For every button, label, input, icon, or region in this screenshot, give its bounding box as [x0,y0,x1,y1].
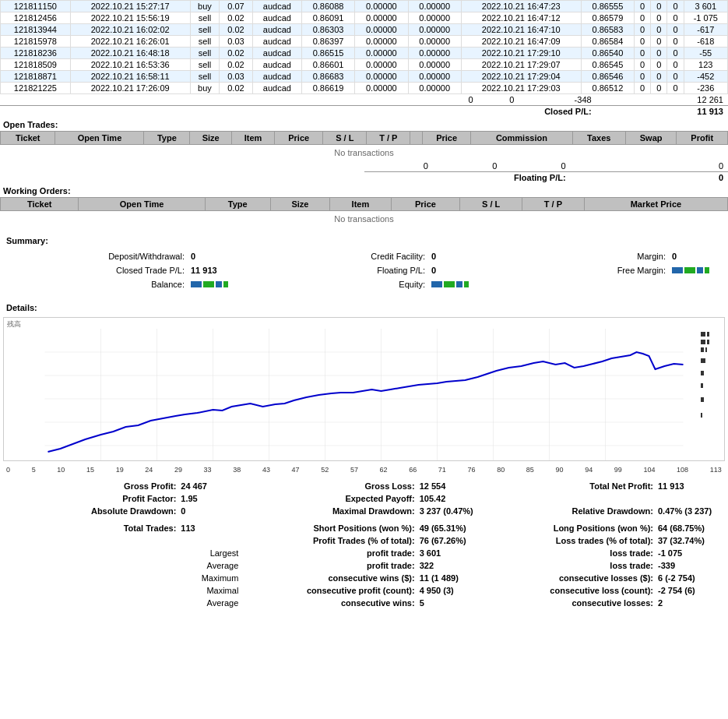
open-c2: 0 [433,160,501,172]
average-profit-item: profit trade: 322 [244,559,483,572]
closed-pl-row: Closed P/L: 11 913 [0,106,728,118]
equity-bars [431,280,478,289]
maximum-label-item: Maximum [6,572,244,584]
table-row: 1218182362022.10.21 16:48:18sell0.02audc… [1,48,728,59]
x-axis-label: 0 [6,466,10,474]
empty-stat [484,492,722,505]
avg-consec-wins-item: consecutive wins: 5 [244,597,483,609]
max-consec-wins-value: 11 (1 489) [415,573,477,583]
largest-label: Largest [12,548,238,558]
max-consec-profit-item: consecutive profit (count): 4 950 (3) [244,584,483,597]
x-axis-label: 66 [409,466,417,474]
avg-consec-losses-value: 2 [653,598,716,608]
rbar3 [701,347,723,352]
free-margin-bars [672,266,719,275]
chart-container: 残高 [3,317,725,461]
stats-row7: Average profit trade: 322 loss trade: -3… [6,559,722,572]
summary-label: Summary: [3,233,725,247]
chart-svg [4,329,724,461]
table-row: 1218212252022.10.21 17:26:09buy0.02audca… [1,83,728,94]
total-commission: 0 [437,94,478,106]
ebar2 [444,281,455,287]
free-margin-item: Free Margin: [484,264,725,277]
total-swap: -348 [519,94,596,106]
max-consec-wins-label: consecutive wins ($): [251,573,414,583]
margin-label: Margin: [637,252,666,261]
x-axis-label: 43 [262,466,270,474]
bbar3 [216,281,222,287]
chart-wrapper: 残高 [3,314,725,464]
average-label-item: Average [6,559,244,572]
x-axis-label: 47 [292,466,300,474]
working-orders-table: TicketOpen TimeTypeSizeItemPriceS / LT /… [0,197,728,227]
largest-loss-label: loss trade: [490,548,653,558]
x-axis-label: 29 [174,466,182,474]
x-axis-label: 90 [555,466,563,474]
x-axis-label: 62 [380,466,388,474]
max-dd-item: Maximal Drawdown: 3 237 (0.47%) [244,505,483,517]
rbar8 [701,413,723,418]
closed-trades-table: 1218111502022.10.21 15:27:17buy0.07audca… [0,0,728,94]
max-consec-wins-item: consecutive wins ($): 11 (1 489) [244,572,483,584]
largest-label-item: Largest [6,547,244,559]
max-consec-loss-value: -2 754 (6) [653,586,716,595]
credit-item: Credit Facility: 0 [244,250,484,263]
average-loss-value: -339 [653,561,716,570]
total-net-value: 11 913 [653,481,716,491]
max-consec-loss-item: consecutive loss (count): -2 754 (6) [484,584,722,597]
equity-label: Equity: [399,280,425,289]
stats-row9: Maximal consecutive profit (count): 4 95… [6,584,722,597]
rel-dd-item: Relative Drawdown: 0.47% (3 237) [484,505,722,517]
avg-consec-wins-value: 5 [415,598,477,608]
profit-trades-item: Profit Trades (% of total): 76 (67.26%) [244,534,483,547]
floating-pl-label: Floating P/L: [364,172,571,184]
maximal-label-item: Maximal [6,584,244,597]
max-consec-losses-label: consecutive losses ($): [490,573,653,583]
expected-payoff-value: 105.42 [415,494,477,503]
largest-profit-label: profit trade: [251,548,414,558]
deposit-label: Deposit/Withdrawal: [108,252,185,261]
rbar4 [701,358,723,363]
credit-label: Credit Facility: [371,252,425,261]
table-row: 1218124562022.10.21 15:56:19sell0.02audc… [1,12,728,24]
average2-label-item: Average [6,597,244,609]
total-taxes: 0 [478,94,519,106]
maximum-label: Maximum [12,573,238,583]
max-consec-losses-item: consecutive losses ($): 6 (-2 754) [484,572,722,584]
average-profit-label: profit trade: [251,561,414,570]
open-trades-label: Open Trades: [0,117,728,131]
equity-item: Equity: [244,278,484,291]
working-orders-label: Working Orders: [0,183,728,197]
open-trades-table: TicketOpen TimeTypeSizeItemPriceS / LT /… [0,131,728,160]
abs-dd-value: 0 [176,506,238,516]
floating-pl-value: 0 [571,172,728,184]
largest-profit-item: profit trade: 3 601 [244,547,483,559]
stats-row2: Profit Factor: 1.95 Expected Payoff: 105… [6,492,722,505]
rbar1 [701,332,723,337]
x-axis-label: 52 [321,466,329,474]
summary-grid: Deposit/Withdrawal: 0 Credit Facility: 0… [3,250,725,291]
largest-profit-value: 3 601 [415,548,477,558]
equity-bar [431,281,469,287]
summary-closed-pl-label: Closed Trade P/L: [116,266,185,275]
x-axis-label: 57 [350,466,358,474]
avg-consec-wins-label: consecutive wins: [251,598,414,608]
open-c3: 0 [501,160,570,172]
empty-stat2 [6,534,244,547]
x-axis-label: 10 [57,466,65,474]
working-no-transactions: No transactions [1,211,728,227]
average-label: Average [12,561,238,570]
total-trades-item: Total Trades: 113 [6,522,244,534]
chart-x-axis: 0510151924293338434752576266717680859094… [3,466,725,474]
bar4 [705,267,709,273]
long-pos-item: Long Positions (won %): 64 (68.75%) [484,522,722,534]
free-margin-bar [672,267,709,273]
expected-payoff-item: Expected Payoff: 105.42 [244,492,483,505]
balance-bar [191,281,228,287]
x-axis-label: 104 [643,466,655,474]
ebar1 [431,281,442,287]
table-row: 1218139442022.10.21 16:02:02sell0.02audc… [1,24,728,36]
short-pos-item: Short Positions (won %): 49 (65.31%) [244,522,483,534]
rel-dd-label: Relative Drawdown: [490,506,653,516]
gross-loss-label: Gross Loss: [251,481,414,491]
